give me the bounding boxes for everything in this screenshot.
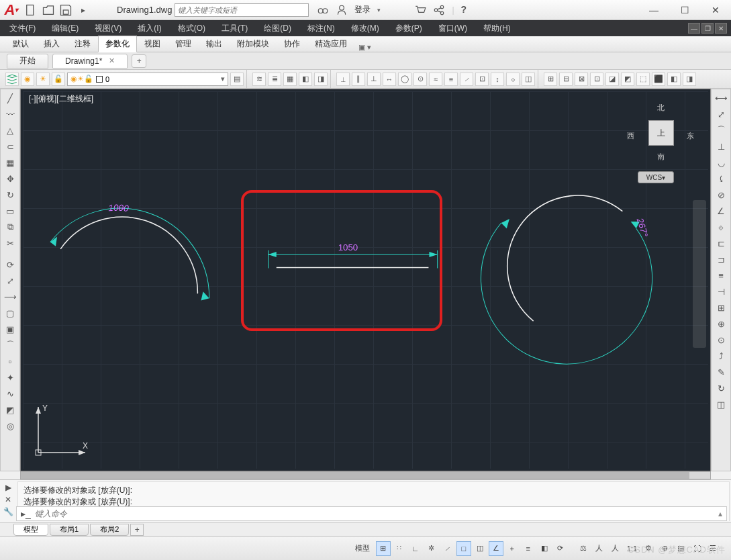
menu-dimension[interactable]: 标注(N) <box>299 20 343 36</box>
layer-iso-icon[interactable]: ▦ <box>283 73 297 86</box>
layout-tab-layout2[interactable]: 布局2 <box>90 524 129 536</box>
menu-window[interactable]: 窗口(W) <box>430 20 475 36</box>
minimize-button[interactable]: — <box>638 1 669 19</box>
mirror-icon[interactable]: ⧉ <box>2 220 18 234</box>
tab-default[interactable]: 默认 <box>5 36 36 52</box>
constraint-icon[interactable]: ≡ <box>444 73 458 86</box>
layer-freeze-icon[interactable]: ◨ <box>314 73 328 86</box>
scale-label[interactable]: 1:1 <box>624 545 640 553</box>
fullscreen-icon[interactable]: ⛶ <box>689 541 704 556</box>
constraint-icon[interactable]: ◫ <box>522 73 535 86</box>
ribbon-expand-icon[interactable]: ▣ ▾ <box>358 43 371 52</box>
dim-icon[interactable]: ◪ <box>605 73 619 86</box>
layout-tab-model[interactable]: 模型 <box>13 524 48 536</box>
tab-annotate[interactable]: 注释 <box>67 36 98 52</box>
rectangle-icon[interactable]: ▭ <box>2 203 18 218</box>
tolerance-icon[interactable]: ⊞ <box>713 300 729 315</box>
inspect-icon[interactable]: ⊙ <box>713 332 729 347</box>
dim-arc-icon[interactable]: ⌒ <box>713 123 729 138</box>
dim-icon[interactable]: ⊠ <box>575 73 588 86</box>
help-icon[interactable]: ? <box>461 4 473 16</box>
constraint-icon[interactable]: ⊡ <box>475 73 489 86</box>
menu-parametric[interactable]: 参数(P) <box>387 20 430 36</box>
user-icon[interactable] <box>336 4 348 16</box>
jog-icon[interactable]: ⤴ <box>713 348 729 363</box>
maximize-button[interactable]: ☐ <box>669 1 700 19</box>
trim-icon[interactable]: ⤢ <box>2 273 18 288</box>
constraint-icon[interactable]: ⟂ <box>336 73 350 86</box>
hatch-icon[interactable]: ◩ <box>2 402 18 417</box>
add-tab-button[interactable]: + <box>132 54 146 68</box>
bulb-icon[interactable]: ◉ <box>21 73 34 86</box>
rotate-icon[interactable]: ↻ <box>2 187 18 202</box>
osnap-icon[interactable]: □ <box>456 541 471 556</box>
open-icon[interactable] <box>42 3 55 17</box>
doc-minimize-icon[interactable]: — <box>688 23 700 34</box>
lineweight-icon[interactable]: ≡ <box>521 541 536 556</box>
share-icon[interactable] <box>433 4 445 16</box>
binoculars-icon[interactable] <box>317 4 329 16</box>
dim-radius-icon[interactable]: ◡ <box>713 155 729 170</box>
drawing-canvas[interactable]: [-][俯视][二维线框] 北 南 东 西 上 WCS ▾ 1000 ⌒ <box>20 89 711 471</box>
polar-icon[interactable]: ✲ <box>424 541 439 556</box>
sun-icon[interactable]: ☀ <box>36 73 50 86</box>
cycling-icon[interactable]: ⟳ <box>553 541 568 556</box>
dim-continue-icon[interactable]: ⊐ <box>713 252 729 267</box>
scissors-icon[interactable]: ✂ <box>2 236 18 250</box>
stretch-icon[interactable]: ▢ <box>2 306 18 320</box>
qat-more-icon[interactable]: ▸ <box>77 3 90 17</box>
doc-restore-icon[interactable]: ❐ <box>701 23 714 34</box>
menu-view[interactable]: 视图(V) <box>87 20 130 36</box>
scale-icon[interactable]: ▣ <box>2 322 18 336</box>
lock-icon[interactable]: 🔓 <box>52 73 65 86</box>
dim-icon[interactable]: ◩ <box>621 73 634 86</box>
dim-diameter-icon[interactable]: ⊘ <box>713 187 729 202</box>
new-icon[interactable] <box>24 3 38 17</box>
dim-angular-icon[interactable]: ∠ <box>713 203 729 218</box>
dim-icon[interactable]: ◨ <box>683 73 696 86</box>
command-close-icon[interactable]: ✕ <box>5 495 11 504</box>
command-input[interactable] <box>35 509 714 518</box>
centermark-icon[interactable]: ⊕ <box>713 316 729 331</box>
search-input[interactable] <box>175 3 309 17</box>
ucs-icon[interactable]: X Y <box>30 400 91 463</box>
layer-state-icon[interactable]: ≣ <box>268 73 281 86</box>
array-icon[interactable]: ▦ <box>2 155 18 170</box>
login-label[interactable]: 登录 <box>354 4 371 15</box>
transparency-icon[interactable]: ◧ <box>537 541 552 556</box>
tab-collaborate[interactable]: 协作 <box>277 36 307 52</box>
layer-selector[interactable]: ◉☀🔓 0 ▾ <box>67 73 228 86</box>
style-icon[interactable]: ◫ <box>713 397 729 412</box>
isodraft-icon[interactable]: ⟋ <box>440 541 455 556</box>
3dosnap-icon[interactable]: ◫ <box>473 541 487 556</box>
fillet-icon[interactable]: ⌒ <box>2 338 18 353</box>
menu-draw[interactable]: 绘图(D) <box>256 20 299 36</box>
otrack-icon[interactable]: ∠ <box>489 541 503 556</box>
constraint-icon[interactable]: ⊙ <box>413 73 427 86</box>
constraint-icon[interactable]: ◯ <box>398 73 411 86</box>
layer-properties-icon[interactable] <box>5 73 19 86</box>
modelspace-button[interactable]: 模型 <box>350 541 375 556</box>
match-icon[interactable]: ≋ <box>252 73 266 86</box>
constraint-icon[interactable]: ≈ <box>429 73 442 86</box>
menu-icon[interactable]: ☰ <box>705 541 720 556</box>
doc-close-icon[interactable]: ✕ <box>715 23 727 34</box>
line-icon[interactable]: ╱ <box>2 91 18 105</box>
menu-file[interactable]: 文件(F) <box>1 20 44 36</box>
triangle-icon[interactable]: △ <box>2 123 18 138</box>
cart-icon[interactable] <box>414 4 426 16</box>
layer-tool-icon[interactable]: ▤ <box>230 73 244 86</box>
dim-baseline-icon[interactable]: ⊏ <box>713 236 729 250</box>
dim-icon[interactable]: ⬛ <box>652 73 665 86</box>
menu-insert[interactable]: 插入(I) <box>130 20 169 36</box>
dim-linear-icon[interactable]: ⟷ <box>713 91 729 105</box>
annoscale-icon[interactable]: 人 <box>592 541 607 556</box>
close-icon[interactable]: ✕ <box>109 56 115 65</box>
ortho-icon[interactable]: ∟ <box>408 541 423 556</box>
dim-break-icon[interactable]: ⊣ <box>713 284 729 299</box>
edit-icon[interactable]: ✎ <box>713 365 729 379</box>
save-icon[interactable] <box>59 3 72 17</box>
dim-spacing-icon[interactable]: ≡ <box>713 268 729 283</box>
command-history-icon[interactable]: ▶ <box>5 483 11 492</box>
constraint-icon[interactable]: ↔ <box>383 73 396 86</box>
